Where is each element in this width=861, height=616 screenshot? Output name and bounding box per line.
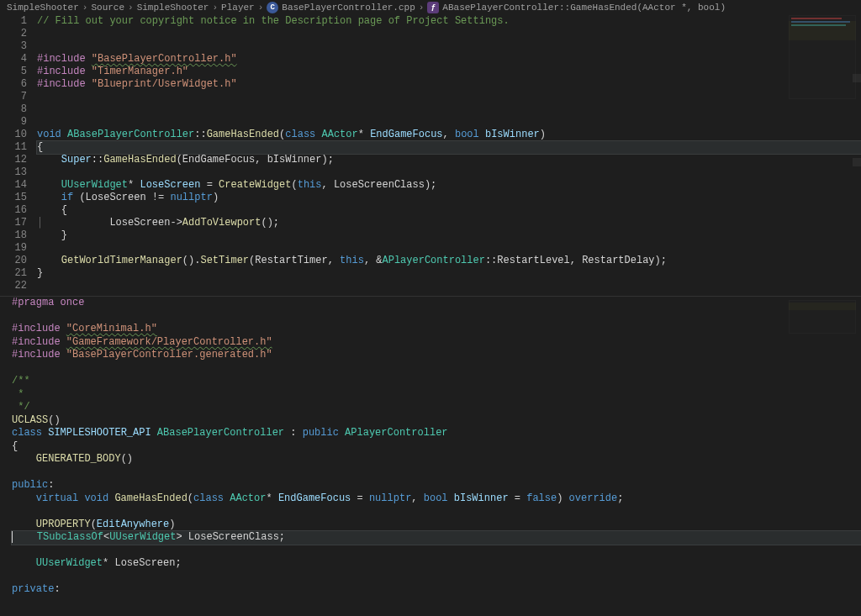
cpp-file-icon: C [267,2,278,13]
chevron-right-icon: › [212,3,218,13]
minimap[interactable] [789,300,856,334]
line-number-gutter: 123 456 789 101112 131415 161718 192021 … [0,15,37,292]
bc-source[interactable]: Source [91,3,124,13]
editor-pane-header[interactable]: #pragma once #include "CoreMinimal.h" #i… [0,296,861,616]
code-lines-header[interactable]: #pragma once #include "CoreMinimal.h" #i… [0,297,861,597]
function-icon: ƒ [427,2,439,13]
chevron-right-icon: › [128,3,134,13]
bc-folder[interactable]: Player [221,3,255,13]
chevron-right-icon: › [419,3,425,13]
editor-pane-cpp[interactable]: SimpleShooter › Source › SimpleShooter ›… [0,0,861,296]
code-text: // Fill out your copyright notice in the… [37,15,510,27]
breadcrumb[interactable]: SimpleShooter › Source › SimpleShooter ›… [0,0,861,15]
chevron-right-icon: › [82,3,88,13]
bc-file[interactable]: BasePlayerController.cpp [282,3,415,13]
bc-module[interactable]: SimpleShooter [137,3,209,13]
code-lines-cpp[interactable]: // Fill out your copyright notice in the… [37,15,861,292]
bc-root[interactable]: SimpleShooter [7,3,79,13]
code-text: { [37,141,43,153]
bc-symbol[interactable]: ABasePlayerController::GameHasEnded(AAct… [442,3,726,13]
chevron-right-icon: › [258,3,264,13]
code-area-cpp[interactable]: 123 456 789 101112 131415 161718 192021 … [0,15,861,292]
